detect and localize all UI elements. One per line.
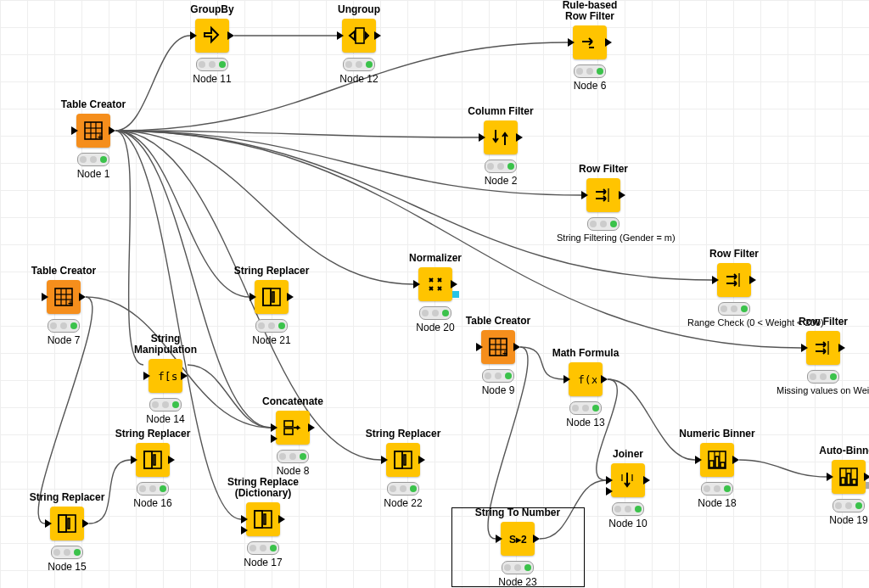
svg-rect-28 [59, 515, 66, 532]
node-title: String Replace (Dictionary) [216, 477, 310, 499]
node-id-label: Node 11 [165, 73, 259, 85]
node-icon[interactable] [806, 331, 840, 365]
node-n7[interactable]: Table Creator+Node 7 [17, 266, 110, 346]
node-n8[interactable]: ConcatenateNode 8 [246, 396, 339, 477]
node-n18[interactable]: Numeric BinnerNode 18 [670, 428, 764, 509]
node-icon[interactable] [386, 443, 420, 477]
node-id-label: Node 21 [225, 334, 318, 346]
node-n12[interactable]: UngroupNode 12 [312, 4, 406, 85]
node-id-label: Node 13 [539, 417, 632, 428]
node-n6[interactable]: Rule-based Row FilterNode 6 [543, 0, 636, 92]
svg-rect-27 [59, 515, 76, 532]
node-rf2[interactable]: Row FilterRange Check (0 < Weight < 200) [687, 249, 781, 328]
node-id-label: Node 17 [216, 557, 310, 568]
status-traffic-light [387, 482, 419, 496]
node-id-label: Node 15 [20, 561, 114, 573]
svg-rect-55 [840, 468, 857, 485]
status-traffic-light [149, 398, 182, 412]
svg-rect-59 [847, 473, 850, 484]
node-n21[interactable]: String ReplacerNode 21 [225, 266, 318, 346]
node-n14[interactable]: String Manipulationf[s]Node 14 [119, 333, 212, 425]
node-id-label: Node 1 [47, 168, 140, 180]
node-title: String To Number [471, 507, 564, 518]
svg-rect-49 [709, 451, 726, 468]
node-n22[interactable]: String ReplacerNode 22 [356, 428, 450, 509]
node-id-label: Node 8 [246, 465, 339, 477]
node-icon[interactable] [586, 178, 620, 212]
node-id-label: Node 23 [471, 576, 564, 588]
svg-rect-22 [284, 428, 293, 434]
node-n13[interactable]: Math Formulaf(x)Node 13 [539, 348, 632, 428]
node-n2[interactable]: Column FilterNode 2 [454, 106, 547, 187]
svg-rect-32 [255, 511, 262, 528]
status-traffic-light [137, 482, 169, 496]
node-icon[interactable]: + [47, 280, 81, 314]
node-title: Table Creator [47, 99, 140, 110]
status-traffic-light [247, 541, 279, 555]
node-rf1[interactable]: Row FilterString Filtering (Gender = m) [557, 164, 650, 243]
svg-rect-26 [154, 455, 155, 465]
node-id-label: Node 16 [106, 497, 199, 509]
node-icon[interactable] [195, 19, 229, 53]
node-icon[interactable] [484, 120, 518, 154]
node-title: Table Creator [451, 316, 545, 327]
node-n17[interactable]: String Replace (Dictionary)Node 17 [216, 477, 310, 568]
node-title: Normalizer [389, 253, 482, 264]
svg-rect-30 [68, 518, 70, 529]
node-icon[interactable] [700, 443, 734, 477]
status-traffic-light [701, 482, 733, 496]
svg-rect-19 [272, 292, 274, 302]
node-icon[interactable] [342, 19, 376, 53]
svg-rect-38 [404, 455, 406, 465]
node-title: Joiner [581, 449, 675, 460]
workflow-canvas[interactable]: { "nodes":{ "n1":{"title":"Table Creator… [0, 0, 869, 588]
node-title: String Replacer [106, 428, 199, 440]
node-icon[interactable]: + [481, 330, 515, 364]
node-n19[interactable]: Auto-BinnerNode 19 [802, 445, 869, 526]
status-traffic-light [196, 58, 228, 71]
node-rf3[interactable]: Row FilterMissing values on Weight [776, 316, 869, 395]
node-n9[interactable]: Table Creator+Node 9 [451, 316, 545, 396]
node-n15[interactable]: String ReplacerNode 15 [20, 492, 114, 573]
node-title: Concatenate [246, 396, 339, 407]
node-title: Ungroup [312, 4, 406, 15]
node-title: String Replacer [20, 492, 114, 503]
node-icon[interactable]: S▸2 [501, 522, 535, 556]
node-icon[interactable] [50, 507, 84, 540]
node-icon[interactable] [832, 460, 866, 494]
node-id-label: Node 12 [312, 73, 406, 85]
status-traffic-light [502, 561, 534, 574]
node-icon[interactable] [573, 25, 607, 59]
node-id-label: Node 7 [17, 334, 110, 346]
node-icon[interactable]: f(x) [569, 362, 603, 396]
node-icon[interactable] [418, 267, 452, 301]
node-icon[interactable] [136, 443, 170, 477]
svg-rect-34 [264, 514, 266, 524]
status-traffic-light [574, 64, 606, 78]
node-icon[interactable]: f[s] [149, 359, 182, 393]
node-title: Row Filter [776, 316, 869, 328]
node-id-label: Node 2 [454, 175, 547, 187]
status-traffic-light [77, 153, 109, 166]
node-n1[interactable]: Table Creator+Node 1 [47, 99, 140, 180]
node-n23[interactable]: String To NumberS▸2Node 23 [471, 507, 564, 588]
status-traffic-light [255, 319, 288, 333]
svg-rect-16 [263, 288, 280, 305]
status-traffic-light [612, 502, 644, 516]
node-id-label: Node 18 [670, 497, 764, 509]
node-n10[interactable]: JoinerNode 10 [581, 449, 675, 529]
svg-text:+: + [98, 132, 103, 142]
node-title: GroupBy [165, 4, 259, 15]
svg-text:f[s]: f[s] [158, 370, 177, 383]
node-icon[interactable] [611, 463, 645, 497]
node-n16[interactable]: String ReplacerNode 16 [106, 428, 199, 509]
node-n11[interactable]: GroupByNode 11 [165, 4, 259, 85]
node-title: String Manipulation [119, 333, 212, 356]
node-icon[interactable] [246, 502, 280, 536]
node-icon[interactable] [717, 263, 751, 297]
node-icon[interactable] [255, 280, 289, 314]
node-id-label: Node 14 [119, 413, 212, 425]
node-icon[interactable] [276, 411, 310, 445]
status-traffic-light [51, 546, 83, 559]
node-icon[interactable]: + [76, 114, 110, 148]
